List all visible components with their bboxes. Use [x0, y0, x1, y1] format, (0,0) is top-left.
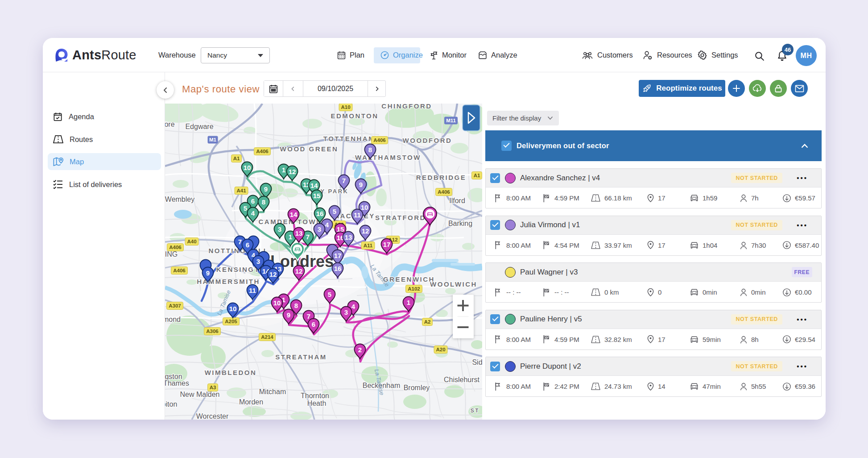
svg-text:A214: A214 — [261, 334, 273, 340]
svg-text:M1: M1 — [209, 137, 217, 142]
svg-text:4: 4 — [351, 303, 355, 310]
svg-text:Bromley: Bromley — [404, 384, 430, 391]
svg-text:mond: mond — [165, 316, 181, 323]
svg-text:WALTHAMSTOW: WALTHAMSTOW — [355, 154, 421, 161]
svg-text:8: 8 — [262, 198, 265, 206]
svg-text:Morden: Morden — [239, 398, 263, 406]
svg-text:A406: A406 — [373, 137, 386, 143]
svg-text:A41: A41 — [236, 188, 246, 193]
svg-text:9: 9 — [206, 269, 210, 277]
svg-text:7: 7 — [307, 312, 310, 320]
svg-text:3: 3 — [318, 225, 321, 233]
svg-text:10: 10 — [361, 204, 368, 211]
svg-text:12: 12 — [269, 271, 277, 278]
svg-text:TOTTENHAM: TOTTENHAM — [323, 135, 375, 142]
svg-text:8: 8 — [294, 302, 298, 309]
svg-text:Thames: Thames — [165, 379, 189, 387]
svg-text:10: 10 — [273, 299, 281, 307]
svg-text:14: 14 — [290, 211, 298, 218]
svg-text:17: 17 — [383, 241, 391, 248]
svg-text:14: 14 — [310, 182, 318, 189]
svg-text:10: 10 — [244, 164, 251, 171]
svg-text:M11: M11 — [446, 118, 456, 123]
svg-text:WIMBLEDON: WIMBLEDON — [205, 369, 257, 376]
svg-text:A20: A20 — [436, 347, 445, 352]
svg-text:STRATFORD: STRATFORD — [375, 214, 426, 221]
svg-text:A406: A406 — [173, 268, 186, 273]
svg-text:8: 8 — [368, 146, 372, 154]
svg-text:REDBRIDGE: REDBRIDGE — [416, 174, 467, 181]
svg-text:A307: A307 — [169, 303, 181, 308]
svg-text:7: 7 — [306, 233, 310, 241]
svg-text:4: 4 — [251, 209, 255, 217]
svg-text:1: 1 — [407, 299, 410, 306]
svg-text:11: 11 — [249, 287, 256, 294]
svg-text:6: 6 — [246, 241, 249, 249]
svg-text:ING: ING — [165, 250, 178, 258]
svg-text:5: 5 — [328, 291, 331, 298]
svg-text:A205: A205 — [225, 319, 237, 324]
svg-text:1: 1 — [282, 166, 285, 174]
svg-text:3: 3 — [256, 258, 260, 265]
svg-text:biton: biton — [165, 400, 177, 408]
svg-text:A10: A10 — [341, 104, 350, 110]
svg-text:WOOD GREEN: WOOD GREEN — [280, 145, 339, 153]
svg-text:Worcester: Worcester — [196, 412, 229, 420]
svg-text:A102: A102 — [408, 286, 420, 291]
svg-text:ST: ST — [471, 408, 479, 414]
svg-text:Mitcham: Mitcham — [259, 388, 286, 396]
svg-text:A2: A2 — [424, 319, 431, 325]
svg-text:4: 4 — [325, 221, 329, 229]
svg-text:6: 6 — [251, 197, 255, 205]
svg-text:GREENWICH: GREENWICH — [383, 275, 435, 283]
svg-text:EDMONTON: EDMONTON — [331, 112, 378, 120]
svg-text:11: 11 — [354, 211, 361, 219]
svg-text:15: 15 — [313, 192, 321, 200]
svg-text:A406: A406 — [169, 245, 182, 250]
svg-text:A3: A3 — [210, 385, 216, 390]
svg-text:Edgware: Edgware — [185, 123, 213, 130]
svg-text:Chislehurst: Chislehurst — [444, 376, 480, 383]
svg-text:A1: A1 — [233, 156, 240, 161]
svg-text:9: 9 — [264, 185, 268, 193]
svg-text:A406: A406 — [438, 189, 450, 195]
svg-text:Thornton: Thornton — [301, 392, 329, 400]
svg-text:Wembley: Wembley — [165, 196, 194, 203]
svg-text:12: 12 — [295, 267, 303, 275]
svg-text:5: 5 — [244, 204, 247, 212]
svg-text:A406: A406 — [256, 149, 269, 154]
svg-text:New Malden: New Malden — [180, 391, 220, 398]
svg-text:13: 13 — [345, 233, 352, 241]
svg-text:CHINGFORD: CHINGFORD — [381, 104, 432, 110]
svg-text:A306: A306 — [206, 329, 219, 334]
svg-text:STREATHAM: STREATHAM — [275, 353, 327, 361]
svg-text:7: 7 — [342, 177, 346, 184]
svg-text:2: 2 — [358, 346, 362, 354]
svg-text:Ilford: Ilford — [449, 197, 465, 204]
svg-text:Sid: Sid — [472, 358, 482, 366]
svg-text:3: 3 — [344, 308, 348, 316]
svg-text:17: 17 — [334, 252, 342, 259]
svg-text:WOOLWICH: WOOLWICH — [430, 280, 477, 288]
svg-text:A11: A11 — [364, 243, 373, 248]
svg-text:3: 3 — [278, 225, 281, 233]
svg-text:9: 9 — [287, 311, 290, 319]
svg-text:9: 9 — [359, 181, 363, 188]
svg-text:10: 10 — [229, 305, 237, 312]
svg-text:Barking: Barking — [448, 220, 472, 227]
svg-text:WOODFORD: WOODFORD — [403, 137, 452, 144]
svg-text:ore: ore — [165, 121, 175, 128]
svg-text:Heath: Heath — [307, 400, 327, 407]
svg-text:12: 12 — [362, 227, 369, 235]
svg-text:12: 12 — [289, 168, 296, 175]
svg-text:A1: A1 — [474, 173, 480, 178]
svg-text:13: 13 — [295, 229, 303, 237]
svg-text:5: 5 — [333, 208, 336, 215]
svg-text:1: 1 — [289, 233, 292, 241]
svg-text:6: 6 — [312, 321, 315, 328]
svg-text:7: 7 — [238, 238, 242, 246]
svg-text:16: 16 — [334, 265, 342, 272]
svg-text:A40: A40 — [187, 239, 196, 244]
svg-text:16: 16 — [316, 210, 324, 217]
